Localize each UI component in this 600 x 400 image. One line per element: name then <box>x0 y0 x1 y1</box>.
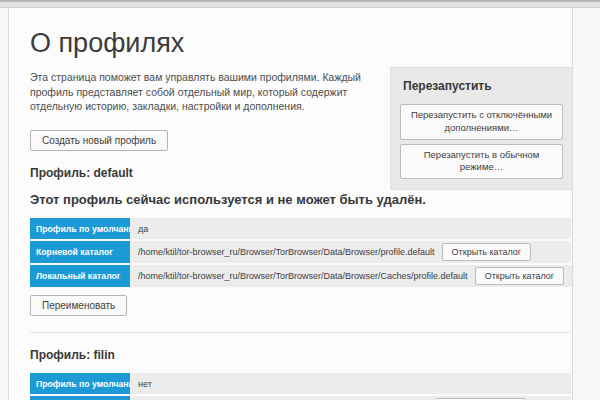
local-dir-path: /home/ktil/tor-browser_ru/Browser/TorBro… <box>138 271 468 281</box>
row-label-local-dir: Локальный каталог <box>30 265 130 287</box>
restart-normal-button[interactable]: Перезапустить в обычном режиме… <box>400 144 563 180</box>
row-label-root-dir: Корневой каталог <box>30 396 130 400</box>
restart-heading: Перезапустить <box>403 79 563 93</box>
row-label-default-profile: Профиль по умолчанию <box>30 218 130 239</box>
row-value-local-dir: /home/ktil/tor-browser_ru/Browser/TorBro… <box>130 265 572 287</box>
row-label-default-profile: Профиль по умолчанию <box>30 373 130 394</box>
row-value-is-default: да <box>130 218 571 239</box>
profile-heading-filin: Профиль: filin <box>30 348 572 362</box>
page-description: Эта страница поможет вам управлять вашим… <box>30 70 386 114</box>
profile-in-use-note: Этот профиль сейчас используется и не мо… <box>30 192 572 207</box>
row-value-is-default: нет <box>130 373 571 394</box>
open-local-dir-button[interactable]: Открыть каталог <box>475 267 564 285</box>
table-row: Корневой каталог /home/ktil/tor-browser_… <box>30 241 571 263</box>
restart-addons-disabled-button[interactable]: Перезапустить с отключёнными дополнениям… <box>400 104 563 140</box>
section-divider <box>30 332 571 333</box>
page-title: О профилях <box>30 28 572 59</box>
table-row: Профиль по умолчанию да <box>30 218 571 239</box>
table-row: Корневой каталог /home/ktil/tor-browser_… <box>30 396 571 400</box>
table-row: Локальный каталог /home/ktil/tor-browser… <box>30 265 571 287</box>
browser-chrome-edge <box>0 0 600 8</box>
profile-table-default: Профиль по умолчанию да Корневой каталог… <box>30 218 571 287</box>
open-root-dir-button[interactable]: Открыть каталог <box>442 243 531 261</box>
row-value-root-dir: /home/ktil/tor-browser_ru/Browser/TorBro… <box>130 241 571 263</box>
about-profiles-page: О профилях Эта страница поможет вам упра… <box>8 8 573 400</box>
root-dir-path: /home/ktil/tor-browser_ru/Browser/TorBro… <box>138 247 435 257</box>
create-profile-button[interactable]: Создать новый профиль <box>30 130 168 151</box>
rename-profile-button[interactable]: Переименовать <box>30 295 127 316</box>
restart-panel: Перезапустить Перезапустить с отключённы… <box>390 67 573 190</box>
table-row: Профиль по умолчанию нет <box>30 373 571 394</box>
row-label-root-dir: Корневой каталог <box>30 241 130 263</box>
row-value-root-dir: /home/ktil/tor-browser_ru/Browser/TorBro… <box>130 396 571 400</box>
profile-table-filin: Профиль по умолчанию нет Корневой катало… <box>30 373 571 400</box>
